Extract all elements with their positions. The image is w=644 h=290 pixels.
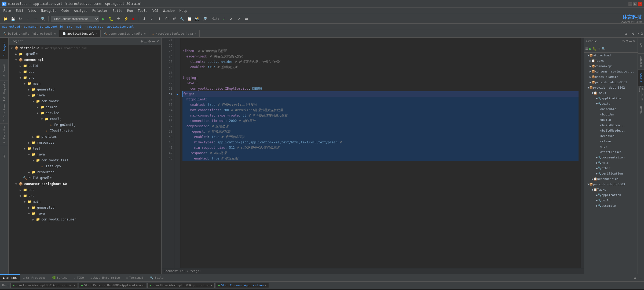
gradle-8002-builddepen[interactable]: ⚙ buildDepen...	[584, 122, 638, 128]
search-everywhere-btn[interactable]: 🔍	[40, 16, 46, 22]
gradle-8002-help[interactable]: ▶ 🔧 help	[584, 160, 638, 165]
sidebar-tab-commit[interactable]: 0: Commit	[0, 59, 8, 81]
panel-tool-list[interactable]: ☰	[144, 39, 147, 43]
edge-tab-database[interactable]: Database	[638, 54, 644, 70]
tree-profiles[interactable]: ▶ 📁 profiles	[9, 134, 161, 140]
tree-test-copy[interactable]: ☕ TestCopy	[9, 163, 161, 169]
gradle-8002-other[interactable]: ▶ 🔧 other	[584, 165, 638, 171]
split-editor-btn[interactable]: ⊟	[623, 31, 629, 37]
run-tab-provider-8003[interactable]: ▶ StartProviderDept8003Application ✕	[147, 283, 215, 288]
run-tab-provider-8001[interactable]: ▶ StartProviderDept8001Application ✕	[10, 283, 78, 288]
tree-gradle-folder[interactable]: ▶ 📁 .gradle	[9, 51, 161, 57]
menu-build[interactable]: Build	[111, 8, 125, 13]
editor-settings-btn[interactable]: ⚙	[630, 31, 636, 37]
close-button[interactable]: ✕	[638, 2, 642, 6]
sidebar-tab-favorites[interactable]: Z: Favorites	[0, 124, 8, 145]
profile-btn[interactable]: ⚡	[123, 16, 129, 22]
panel-tool-settings[interactable]: ⚙	[148, 39, 151, 43]
gradle-8002-tasks[interactable]: ▼ 📋 Tasks	[584, 90, 638, 96]
menu-vcs[interactable]: VCS	[150, 8, 160, 13]
git-push-btn[interactable]: ⬆	[156, 16, 163, 22]
sidebar-tab-structure[interactable]: 2: Structure	[0, 102, 8, 124]
tree-common-folder[interactable]: ▶ 📁 common	[9, 104, 161, 110]
sidebar-tab-web[interactable]: Web	[0, 145, 8, 166]
gradle-8002-assemble[interactable]: ⚙ assemble	[584, 106, 638, 112]
gradle-8002-buildneede[interactable]: ⚙ buildNeede...	[584, 128, 638, 133]
tree-consumer-main[interactable]: ▼ 📁 main	[9, 199, 161, 205]
tree-consumer-generated[interactable]: ▶ 📁 generated	[9, 205, 161, 211]
menu-file[interactable]: File	[1, 8, 13, 13]
find-action-btn[interactable]: 🔎	[201, 16, 208, 22]
gradle-8002-jar[interactable]: ⚙ jar	[584, 144, 638, 149]
menu-tools[interactable]: Tools	[136, 8, 150, 13]
gradle-8003-assemble[interactable]: ▶ 🔧 assemble	[584, 203, 638, 208]
tree-consumer-out[interactable]: ▶ 📁 out	[9, 187, 161, 193]
tree-feign-config[interactable]: ☕ FeignConfig	[9, 122, 161, 128]
tab-nacos-version-rule[interactable]: ☕ NacosVersionRule.java ✕	[149, 30, 200, 37]
gradle-provider-8002[interactable]: ▼ 📦 provider-dept-8002	[584, 85, 638, 90]
tree-test[interactable]: ▼ 📁 test	[9, 146, 161, 151]
bottom-settings-btn[interactable]: ⚙	[634, 276, 636, 280]
bottom-tab-terminal[interactable]: ▬ Terminal	[123, 274, 147, 281]
tree-consumer-springboot[interactable]: ▼ 📦 consumer-springboot-80	[9, 181, 161, 187]
gradle-8002-dependencies[interactable]: ▶ 📋 Dependencies	[584, 176, 638, 182]
gradle-8002-application[interactable]: ▶ 🔧 application	[584, 96, 638, 101]
bottom-tab-build[interactable]: 🔧 Build	[147, 274, 167, 281]
gradle-tool-settings[interactable]: ⚙	[625, 39, 628, 43]
tree-common-api-java[interactable]: ▼ 📁 java	[9, 92, 161, 98]
edge-tab-maven[interactable]: Maven	[638, 102, 644, 118]
run-tab-provider-8002[interactable]: ▶ StartProviderDept8002Application ✕	[79, 283, 146, 288]
menu-run[interactable]: Run	[125, 8, 135, 13]
breadcrumb-microcloud[interactable]: microcloud	[2, 25, 20, 28]
screenshot-btn[interactable]: 📸	[194, 16, 200, 22]
run-tab-8003-close[interactable]: ✕	[210, 284, 212, 287]
tree-config-folder[interactable]: ▼ 📁 config	[9, 116, 161, 122]
maximize-button[interactable]: □	[633, 2, 637, 6]
gradle-search[interactable]: 🔍	[602, 47, 606, 51]
menu-window[interactable]: Window	[161, 8, 177, 13]
tasks-btn[interactable]: 📋	[186, 16, 193, 22]
gradle-nacos[interactable]: ▶ 📦 nacos-example	[584, 74, 638, 79]
menu-analyze[interactable]: Analyze	[72, 8, 90, 13]
git-revert-btn[interactable]: ↺	[171, 16, 178, 22]
tree-test-java[interactable]: ▼ 📁 java	[9, 151, 161, 157]
gradle-8002-build[interactable]: ▼ 🔧 build	[584, 101, 638, 106]
tree-microcloud[interactable]: ▼ 📦 microcloud H:\workspace\idea\microcl…	[9, 45, 161, 51]
git-merge-btn[interactable]: ⇄	[243, 16, 250, 22]
gradle-consumer[interactable]: ▶ 📦 consumer-springboot-...	[584, 69, 638, 74]
menu-edit[interactable]: Edit	[14, 8, 26, 13]
tree-service-folder[interactable]: ▼ 📁 service	[9, 110, 161, 116]
menu-help[interactable]: Help	[177, 8, 189, 13]
tab-application-yml-close[interactable]: ✕	[96, 32, 97, 35]
bottom-minimize-btn[interactable]: —	[639, 276, 642, 280]
gradle-8003-application[interactable]: ▶ 🔧 application	[584, 192, 638, 198]
panel-tool-close[interactable]: ✕	[156, 39, 159, 43]
tree-common-api-src[interactable]: ▼ 📁 src	[9, 75, 161, 81]
tree-common-api-build-gradle[interactable]: 🔨 build.gradle	[9, 175, 161, 181]
run-tab-consumer[interactable]: ▶ StartConsumerApplication ✕	[216, 283, 269, 288]
run-tab-consumer-close[interactable]: ✕	[265, 284, 267, 287]
gradle-8003-build[interactable]: ▶ 🔧 build	[584, 198, 638, 203]
run-tab-8002-close[interactable]: ✕	[142, 284, 144, 287]
gradle-toggle-view[interactable]: ⊞	[598, 47, 601, 51]
gradle-tool-close[interactable]: ✕	[633, 39, 635, 43]
gradle-8003-tasks[interactable]: ▼ 📋 Tasks	[584, 187, 638, 192]
gradle-tasks[interactable]: ▶ 📋 Tasks	[584, 58, 638, 63]
tree-com-yootk-test[interactable]: ▼ 📁 com.yootk.test	[9, 157, 161, 163]
tree-consumer-src[interactable]: ▼ 📁 src	[9, 193, 161, 199]
gradle-8002-classes[interactable]: ⚙ classes	[584, 133, 638, 139]
git-arrow-btn[interactable]: ↗	[236, 16, 242, 22]
tab-dependencies-gradle[interactable]: 🔨 dependencies.gradle ✕	[101, 30, 149, 37]
tab-nacos-version-rule-close[interactable]: ✕	[195, 32, 196, 35]
gradle-8002-clean[interactable]: ⚙ clean	[584, 139, 638, 144]
git-x-btn[interactable]: ✗	[228, 16, 235, 22]
sidebar-tab-pull-requests[interactable]: Pull Requests	[0, 81, 8, 102]
editor-scrollbar[interactable]	[581, 38, 584, 268]
forward-btn[interactable]: →	[32, 16, 39, 22]
settings-btn[interactable]: 🔧	[179, 16, 185, 22]
git-commit-btn[interactable]: ✓	[149, 16, 155, 22]
gradle-8002-testclasses[interactable]: ⚙ testClasses	[584, 149, 638, 155]
menu-navigate[interactable]: Navigate	[39, 8, 59, 13]
menu-code[interactable]: Code	[59, 8, 71, 13]
bottom-tab-run[interactable]: ▶ 4: Run	[0, 274, 20, 281]
